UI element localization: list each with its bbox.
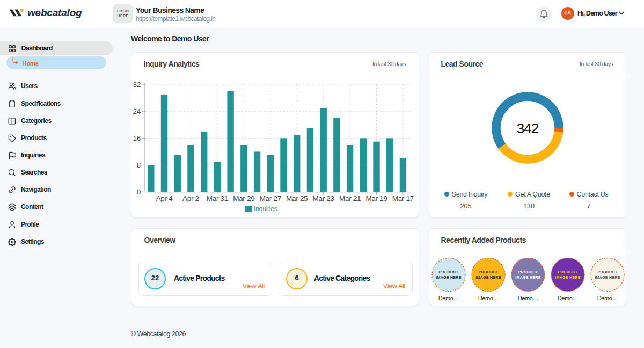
svg-text:Demo…: Demo… <box>558 295 578 301</box>
svg-text:Demo…: Demo… <box>478 295 499 301</box>
svg-text:16: 16 <box>133 134 141 142</box>
svg-text:24: 24 <box>133 107 141 115</box>
svg-text:IMAGE HERE: IMAGE HERE <box>515 276 540 279</box>
svg-text:PRODUCT: PRODUCT <box>598 270 618 274</box>
svg-text:PRODUCT: PRODUCT <box>439 270 459 274</box>
svg-text:Apr 4: Apr 4 <box>156 194 173 202</box>
svg-text:Mar 31: Mar 31 <box>207 194 228 202</box>
svg-text:Demo…: Demo… <box>597 295 618 301</box>
svg-text:Mar 19: Mar 19 <box>365 194 387 202</box>
svg-text:PRODUCT: PRODUCT <box>558 270 578 274</box>
svg-text:PRODUCT: PRODUCT <box>518 270 538 274</box>
svg-text:PRODUCT: PRODUCT <box>479 270 499 274</box>
svg-text:Mar 27: Mar 27 <box>260 194 281 202</box>
svg-text:0: 0 <box>137 188 141 196</box>
svg-text:Mar 17: Mar 17 <box>392 194 414 202</box>
svg-text:Mar 23: Mar 23 <box>313 194 334 202</box>
svg-text:8: 8 <box>137 161 141 169</box>
svg-text:IMAGE HERE: IMAGE HERE <box>436 276 461 279</box>
svg-text:Demo…: Demo… <box>518 295 538 301</box>
svg-text:Demo…: Demo… <box>438 295 459 301</box>
svg-text:Mar 25: Mar 25 <box>286 194 308 202</box>
svg-text:32: 32 <box>133 81 141 89</box>
svg-text:IMAGE HERE: IMAGE HERE <box>555 276 580 279</box>
svg-text:Mar 21: Mar 21 <box>339 194 361 202</box>
svg-text:Mar 29: Mar 29 <box>233 194 254 202</box>
svg-text:IMAGE HERE: IMAGE HERE <box>595 276 620 279</box>
svg-text:IMAGE HERE: IMAGE HERE <box>475 276 501 279</box>
svg-text:Apr 2: Apr 2 <box>182 194 199 202</box>
